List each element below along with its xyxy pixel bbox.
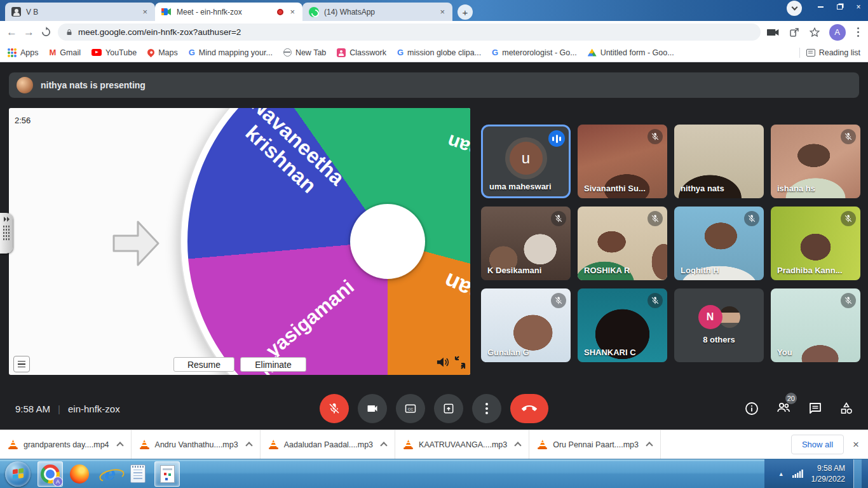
taskbar-document[interactable] bbox=[154, 461, 180, 487]
bookmark-label: YouTube bbox=[105, 48, 137, 57]
show-desktop-button[interactable] bbox=[853, 459, 862, 488]
sidebar-handle[interactable] bbox=[0, 213, 13, 254]
bookmark-maps[interactable]: Maps bbox=[147, 48, 178, 57]
taskbar-firefox[interactable] bbox=[67, 461, 92, 487]
reading-list-label: Reading list bbox=[819, 48, 860, 57]
bookmark-mind-mapping[interactable]: G Mind mapping your... bbox=[189, 48, 273, 57]
firefox-icon bbox=[70, 464, 89, 484]
share-icon[interactable] bbox=[789, 27, 800, 38]
tile-k-desikamani[interactable]: K Desikamani bbox=[481, 207, 571, 280]
collapse-icon[interactable] bbox=[453, 355, 467, 370]
bookmark-new-tab[interactable]: New Tab bbox=[283, 48, 326, 57]
toolbar-icons: A bbox=[767, 24, 862, 41]
bookmark-mission-globe[interactable]: G mission globe clipa... bbox=[397, 48, 481, 57]
browser-menu-icon[interactable] bbox=[855, 27, 862, 37]
google-icon: G bbox=[492, 48, 498, 57]
tab-whatsapp[interactable]: (14) WhatsApp × bbox=[302, 3, 452, 21]
chevron-up-icon[interactable] bbox=[116, 442, 123, 449]
wheel-menu-button[interactable] bbox=[13, 356, 30, 372]
taskbar-notepad[interactable] bbox=[125, 461, 151, 487]
tab-vb[interactable]: V B × bbox=[5, 3, 155, 21]
more-options-button[interactable] bbox=[472, 394, 501, 423]
tab-close-icon[interactable]: × bbox=[288, 7, 296, 17]
leave-call-button[interactable] bbox=[510, 394, 548, 423]
activities-button[interactable] bbox=[839, 401, 854, 416]
tile-gunalan-g[interactable]: Gunalan G bbox=[481, 288, 571, 362]
download-item[interactable]: Oru Pennai Paart....mp3 bbox=[529, 430, 661, 459]
download-item[interactable]: Andru Vanthathu....mp3 bbox=[132, 430, 261, 459]
download-item[interactable]: grandparents day....mp4 bbox=[0, 430, 132, 459]
tile-you[interactable]: You bbox=[771, 288, 860, 362]
tray-clock[interactable]: 9:58 AM 1/29/2022 bbox=[811, 463, 845, 484]
tile-shankari-c[interactable]: SHANKARI C bbox=[578, 288, 667, 362]
download-filename: KAATRUVAANGA....mp3 bbox=[419, 440, 507, 449]
eliminate-button[interactable]: Eliminate bbox=[240, 357, 306, 372]
address-bar[interactable]: meet.google.com/ein-hnfk-zox?authuser=2 bbox=[58, 24, 761, 41]
show-all-button[interactable]: Show all bbox=[791, 435, 844, 454]
download-filename: grandparents day....mp4 bbox=[24, 440, 109, 449]
present-button[interactable] bbox=[434, 394, 463, 423]
apps-button[interactable]: Apps bbox=[8, 48, 39, 57]
chat-button[interactable] bbox=[808, 401, 823, 416]
taskbar-internet-explorer[interactable]: e bbox=[96, 461, 121, 487]
meet-control-bar: 9:58 AM | ein-hnfk-zox CC bbox=[0, 388, 868, 430]
minimize-button[interactable] bbox=[811, 0, 830, 14]
tab-close-icon[interactable]: × bbox=[141, 7, 149, 17]
meeting-details-button[interactable] bbox=[744, 401, 759, 416]
resume-button[interactable]: Resume bbox=[173, 357, 234, 372]
divider: | bbox=[58, 403, 60, 414]
tile-roshika-r[interactable]: ROSHIKA R bbox=[578, 207, 667, 280]
bookmark-gmail[interactable]: M Gmail bbox=[50, 48, 81, 57]
mic-off-icon bbox=[648, 129, 663, 144]
close-window-button[interactable]: × bbox=[849, 0, 868, 14]
restore-button[interactable] bbox=[830, 0, 849, 14]
gmail-icon: M bbox=[50, 48, 57, 57]
tile-uma-maheswari[interactable]: u uma maheswari bbox=[481, 125, 571, 198]
bookmark-untitled-form[interactable]: Untitled form - Goo... bbox=[588, 48, 674, 57]
camera-in-use-icon[interactable] bbox=[767, 28, 780, 37]
close-downloads-icon[interactable]: × bbox=[853, 438, 859, 451]
new-tab-button[interactable]: + bbox=[458, 4, 473, 20]
captions-button[interactable]: CC bbox=[396, 394, 425, 423]
forward-button[interactable]: → bbox=[24, 26, 34, 39]
participant-name: ishana hs bbox=[777, 184, 815, 193]
tray-expand-icon[interactable]: ▲ bbox=[778, 471, 784, 477]
start-button[interactable] bbox=[5, 461, 31, 487]
chevron-down-icon[interactable] bbox=[787, 1, 802, 16]
tile-pradhiba[interactable]: Pradhiba Kann... bbox=[771, 207, 860, 280]
reload-button[interactable] bbox=[41, 27, 51, 37]
reading-list-button[interactable]: Reading list bbox=[806, 48, 860, 57]
participants-button[interactable]: 20 bbox=[775, 400, 792, 417]
camera-toggle-button[interactable] bbox=[358, 394, 387, 423]
tab-meet[interactable]: Meet - ein-hnfk-zox × bbox=[155, 3, 302, 21]
chevron-up-icon[interactable] bbox=[646, 442, 653, 449]
bookmark-label: mission globe clipa... bbox=[407, 48, 481, 57]
volume-icon[interactable] bbox=[436, 356, 450, 369]
mic-toggle-button[interactable] bbox=[320, 394, 349, 423]
taskbar-chrome[interactable]: A bbox=[37, 461, 63, 487]
tab-close-icon[interactable]: × bbox=[438, 7, 446, 17]
participant-name: nithya nats bbox=[681, 184, 724, 193]
download-item[interactable]: Aadaludan Paadal....mp3 bbox=[261, 430, 395, 459]
bookmark-youtube[interactable]: YouTube bbox=[92, 48, 137, 57]
tile-nithya-nats[interactable]: nithya nats bbox=[674, 125, 764, 198]
back-button[interactable]: ← bbox=[6, 26, 17, 39]
tile-loghith-h[interactable]: Loghith H bbox=[674, 207, 764, 280]
bookmark-star-icon[interactable] bbox=[809, 27, 820, 38]
chevron-up-icon[interactable] bbox=[380, 442, 387, 449]
chevron-up-icon[interactable] bbox=[515, 442, 522, 449]
chevron-up-icon[interactable] bbox=[245, 442, 252, 449]
tile-ishana-hs[interactable]: ishana hs bbox=[771, 125, 860, 198]
bookmark-meterorologist[interactable]: G meterorologist - Go... bbox=[492, 48, 577, 57]
tile-8-others[interactable]: N 8 others bbox=[674, 288, 764, 362]
reading-list-icon bbox=[806, 49, 815, 57]
network-signal-icon[interactable] bbox=[792, 470, 803, 478]
tile-sivananthi[interactable]: Sivananthi Su... bbox=[578, 125, 667, 198]
tray-date: 1/29/2022 bbox=[811, 474, 845, 484]
profile-avatar[interactable]: A bbox=[829, 24, 846, 41]
avatar: u bbox=[510, 142, 543, 175]
double-arrow-icon bbox=[0, 213, 13, 222]
download-item[interactable]: KAATRUVAANGA....mp3 bbox=[395, 430, 529, 459]
bookmark-label: Maps bbox=[158, 48, 178, 57]
bookmark-classwork[interactable]: Classwork bbox=[337, 48, 386, 57]
